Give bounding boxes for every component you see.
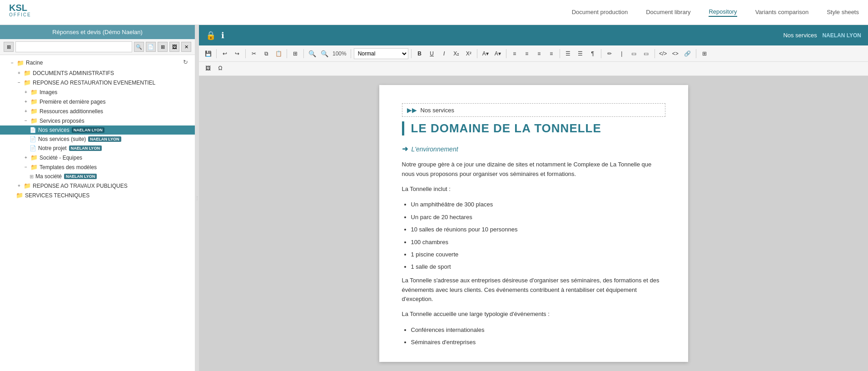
style-dropdown[interactable]: Normal [354, 48, 408, 59]
folder-icon-templates-modeles: 📁 [30, 164, 38, 170]
sidebar-search-input[interactable] [15, 41, 132, 52]
frame-btn[interactable]: ▭ [629, 48, 640, 59]
sidebar-image-btn[interactable]: 🖼 [169, 42, 179, 52]
tree-label-images: Images [40, 89, 57, 95]
paste-btn[interactable]: 📋 [273, 48, 284, 59]
highlight-btn[interactable]: A▾ [492, 48, 503, 59]
sidebar-grid-view-btn[interactable]: ⊞ [4, 42, 14, 52]
copy-btn[interactable]: ⧉ [261, 48, 272, 59]
cut-btn[interactable]: ✂ [248, 48, 259, 59]
toggle-services-proposes: − [23, 118, 29, 124]
tree-item-docs-admin[interactable]: + 📁 DOCUMENTS ADMINISTRATIFS [0, 68, 195, 78]
doc-para-4: La Tonnelle accueille une large typologi… [402, 310, 665, 319]
code-btn[interactable]: </> [658, 48, 669, 59]
sep-6 [411, 49, 412, 58]
refresh-btn[interactable]: ↻ [183, 59, 191, 67]
subscript-btn[interactable]: X₂ [451, 48, 462, 59]
sep-4 [303, 49, 304, 58]
list-unordered-btn[interactable]: ☰ [563, 48, 574, 59]
frame2-btn[interactable]: ▭ [641, 48, 652, 59]
tree-item-services-techniques[interactable]: 📁 SERVICES TECHNIQUES [0, 191, 195, 200]
folder-icon-ressources-add: 📁 [30, 108, 38, 115]
doc-list-1: Un amphithéâtre de 300 places Un parc de… [411, 199, 665, 272]
divider-btn[interactable]: | [616, 48, 627, 59]
edit-btn[interactable]: ✏ [604, 48, 615, 59]
align-right-btn[interactable]: ≡ [534, 48, 545, 59]
editor-area: 🔒 ℹ Nos services NAELAN LYON 💾 ↩ ↪ ✂ ⧉ 📋… [199, 25, 868, 371]
paragraph-btn[interactable]: ¶ [587, 48, 598, 59]
superscript-btn[interactable]: X² [463, 48, 474, 59]
toggle-reponse-ao-travaux: + [16, 183, 22, 189]
sidebar: Réponses et devis (Démo Naelan) ⊞ 🔍 📄 ⊞ … [0, 25, 195, 371]
insert-symbol-btn[interactable]: Ω [215, 63, 226, 74]
sidebar-toolbar: ⊞ 🔍 📄 ⊞ 🖼 ✕ [0, 39, 195, 55]
doc-section-header: ▶▶ Nos services [402, 103, 665, 117]
doc-icon-nos-services: 📄 [30, 127, 36, 133]
toggle-premiere-derniere: + [23, 99, 29, 105]
sidebar-new-doc-btn[interactable]: 📄 [146, 42, 156, 52]
zoom-value: 100% [331, 50, 348, 57]
tree-label-notre-projet: Notre projet [38, 145, 67, 151]
tree-item-ma-societe[interactable]: ⊞ Ma société NAELAN LYON [0, 172, 195, 181]
tree-label-nos-services-suite: Nos services (suite) [38, 136, 86, 142]
nav-repository[interactable]: Repository [709, 8, 737, 17]
tree-item-services-proposes[interactable]: − 📁 Services proposés [0, 116, 195, 125]
tree-item-societe-equipes[interactable]: + 📁 Société - Equipes [0, 153, 195, 162]
folder-icon-racine: 📁 [17, 60, 24, 66]
folder-icon-services-techniques: 📁 [16, 192, 23, 199]
resize-handle[interactable]: ⋮ [195, 25, 199, 371]
tree-item-nos-services[interactable]: 📄 Nos services NAELAN LYON [0, 125, 195, 135]
undo-btn[interactable]: ↩ [219, 48, 230, 59]
align-center-btn[interactable]: ≡ [521, 48, 532, 59]
folder-icon-reponse-ao-rest: 📁 [24, 79, 31, 86]
tree-item-reponse-ao-travaux[interactable]: + 📁 REPONSE AO TRAVAUX PUBLIQUES [0, 181, 195, 191]
align-left-btn[interactable]: ≡ [509, 48, 520, 59]
list-ordered-btn[interactable]: ☰ [575, 48, 586, 59]
sep-10 [601, 49, 601, 58]
tree-item-templates-modeles[interactable]: − 📁 Templates des modèles [0, 162, 195, 172]
font-color-btn[interactable]: A▾ [480, 48, 491, 59]
insert-field-btn[interactable]: ⊞ [290, 48, 301, 59]
sidebar-search-btn[interactable]: 🔍 [134, 42, 144, 52]
editor-toolbar-row1: 💾 ↩ ↪ ✂ ⧉ 📋 ⊞ 🔍 🔍 100% Normal B U I X₂ X… [199, 45, 868, 62]
doc-subtitle: ➜ L'environnement [402, 145, 665, 153]
redo-btn[interactable]: ↪ [232, 48, 243, 59]
list-item-1: Un parc de 20 hectares [411, 212, 665, 222]
info-icon[interactable]: ℹ [221, 30, 224, 40]
nav-doc-library[interactable]: Document library [646, 9, 690, 16]
save-btn[interactable]: 💾 [203, 48, 213, 59]
link-btn[interactable]: 🔗 [682, 48, 693, 59]
align-justify-btn[interactable]: ≡ [546, 48, 557, 59]
sidebar-grid-btn[interactable]: ⊞ [158, 42, 168, 52]
nav-variants-comparison[interactable]: Variants comparison [755, 9, 809, 16]
sidebar-delete-btn[interactable]: ✕ [181, 42, 191, 52]
tree-item-nos-services-suite[interactable]: 📄 Nos services (suite) NAELAN LYON [0, 135, 195, 144]
italic-btn[interactable]: I [439, 48, 450, 59]
sidebar-tree: − 📁 Racine ↻ + 📁 DOCUMENTS ADMINISTRATIF… [0, 55, 195, 371]
tree-item-premiere-derniere[interactable]: + 📁 Première et dernière pages [0, 97, 195, 106]
doc-page: ▶▶ Nos services LE DOMAINE DE LA TONNELL… [379, 85, 688, 362]
list-item2-0: Conférences internationales [411, 325, 665, 335]
bold-btn[interactable]: B [414, 48, 425, 59]
lock-icon[interactable]: 🔒 [206, 30, 216, 40]
list-item-2: 10 salles de réunions pour 10 personnes [411, 224, 665, 235]
nav-doc-production[interactable]: Document production [572, 9, 628, 16]
tree-label-societe-equipes: Société - Equipes [40, 155, 82, 161]
tree-item-notre-projet[interactable]: 📄 Notre projet NAELAN LYON [0, 144, 195, 153]
list-item-0: Un amphithéâtre de 300 places [411, 199, 665, 210]
insert-image-btn[interactable]: 🖼 [203, 63, 213, 74]
code2-btn[interactable]: <> [670, 48, 681, 59]
editor-toolbar-row2: 🖼 Ω [199, 62, 868, 76]
tree-item-ressources-add[interactable]: + 📁 Ressources additionnelles [0, 106, 195, 116]
zoom-in-btn[interactable]: 🔍 [319, 48, 330, 59]
app-logo: KSL OFFICE [9, 3, 36, 21]
nav-style-sheets[interactable]: Style sheets [827, 9, 859, 16]
tree-item-reponse-ao-rest[interactable]: − 📁 REPONSE AO RESTAURATION EVENEMENTIEL [0, 78, 195, 87]
underline-btn[interactable]: U [427, 48, 437, 59]
tree-item-racine[interactable]: − 📁 Racine ↻ [0, 57, 195, 68]
tree-item-images[interactable]: + 📁 Images [0, 87, 195, 97]
table-btn[interactable]: ⊞ [699, 48, 710, 59]
tree-label-ressources-add: Ressources additionnelles [40, 108, 103, 115]
sidebar-title: Réponses et devis (Démo Naelan) [52, 29, 143, 35]
zoom-out-btn[interactable]: 🔍 [307, 48, 317, 59]
